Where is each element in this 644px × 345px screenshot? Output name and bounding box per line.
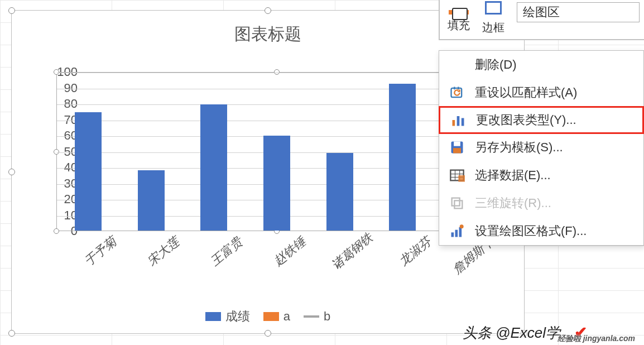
resize-handle[interactable] [8,169,15,175]
fill-button[interactable]: 填充 [448,1,470,33]
border-label: 边框 [482,20,504,35]
svg-rect-5 [454,142,460,146]
resize-handle[interactable] [8,330,15,337]
legend-swatch-icon [205,312,221,321]
menu-item-rotate_3d: 三维旋转(R)... [439,189,643,217]
menu-item-label: 三维旋转(R)... [475,195,551,212]
menu-item-label: 删除(D) [475,56,517,73]
legend-item[interactable]: b [304,309,330,324]
reset-icon [449,85,465,100]
bars-group[interactable] [57,73,497,231]
menu-item-save_template[interactable]: 另存为模板(S)... [439,133,643,161]
legend-swatch-icon [263,312,279,321]
mini-toolbar: 填充 边框 绘图区 [439,0,644,40]
context-menu: 删除(D)重设以匹配样式(A)更改图表类型(Y)...另存为模板(S)...选择… [439,50,644,246]
fill-icon [449,10,469,15]
bar[interactable] [75,112,102,231]
menu-item-change_type[interactable]: 更改图表类型(Y)... [439,106,644,134]
svg-rect-15 [459,227,462,237]
legend[interactable]: 成绩 a b [12,308,524,325]
menu-item-label: 另存为模板(S)... [475,139,563,156]
fill-label: 填充 [448,18,470,33]
svg-rect-14 [455,230,458,237]
menu-item-label: 选择数据(E)... [475,167,551,184]
watermark-source: 头条 @Excel学 [463,323,560,343]
bar-slot [182,73,246,231]
chart-element-selector[interactable]: 绘图区 [517,2,640,22]
menu-item-format_plot[interactable]: 设置绘图区格式(F)... [439,217,643,245]
bar[interactable] [326,153,353,231]
bar[interactable] [263,136,290,231]
bar-slot [246,73,309,231]
resize-handle[interactable] [265,330,271,337]
bar-slot [308,73,371,231]
menu-item-label: 更改图表类型(Y)... [476,112,576,128]
format-icon [449,223,465,239]
border-button[interactable]: 边框 [482,1,504,35]
menu-item-select_data[interactable]: 选择数据(E)... [439,161,643,189]
menu-item-label: 设置绘图区格式(F)... [475,223,587,239]
svg-rect-3 [462,118,464,126]
save-template-icon [449,140,465,155]
x-axis-labels: 于予菊宋大莲王富贵赵铁锤诸葛钢铁龙淑芬詹姆斯下士 [56,237,497,265]
rotate-icon [449,195,465,211]
bar[interactable] [200,104,227,231]
bar-slot [57,73,120,231]
legend-item[interactable]: a [263,309,290,324]
legend-label: b [324,309,330,324]
svg-rect-2 [457,116,460,126]
svg-rect-13 [451,232,454,237]
legend-item[interactable]: 成绩 [205,308,250,325]
svg-point-16 [460,224,464,228]
legend-label: 成绩 [225,308,250,325]
legend-swatch-icon [304,315,319,318]
bar[interactable] [389,84,416,231]
svg-rect-12 [458,175,465,182]
menu-item-label: 重设以匹配样式(A) [475,84,577,101]
svg-rect-6 [453,148,461,153]
resize-handle[interactable] [265,7,271,14]
plot-area[interactable] [56,72,497,231]
menu-item-reset[interactable]: 重设以匹配样式(A) [439,79,643,107]
selector-value: 绘图区 [523,4,560,21]
blank-icon [449,57,465,73]
svg-rect-1 [453,120,455,126]
select-data-icon [449,167,465,183]
resize-handle[interactable] [8,7,15,14]
legend-label: a [283,309,290,324]
bar-slot [120,73,183,231]
menu-item-delete[interactable]: 删除(D) [439,51,643,79]
bar-slot [371,73,434,231]
border-icon [483,1,503,17]
bar[interactable] [138,170,165,231]
watermark-site: 经验啦 jingyanla.com [558,334,635,344]
chart-type-icon [450,112,466,128]
